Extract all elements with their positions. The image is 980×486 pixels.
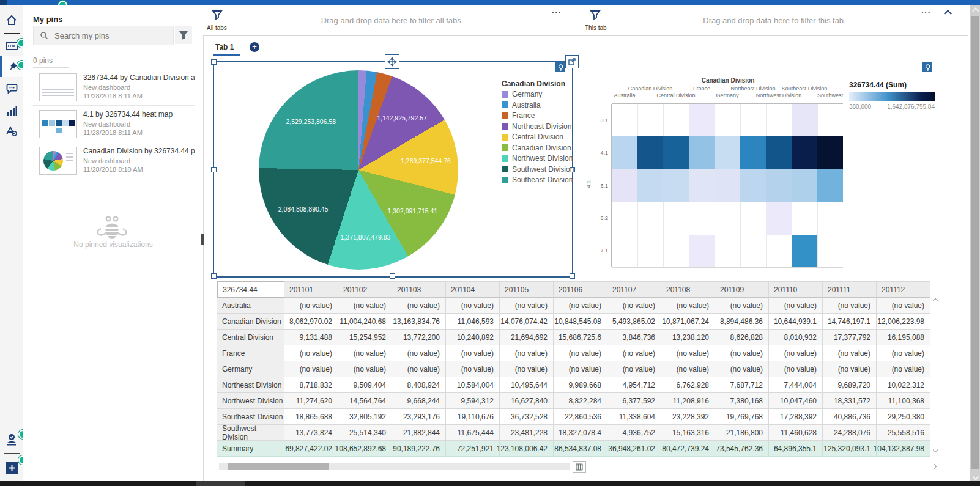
- selection-handle[interactable]: [211, 273, 217, 279]
- heatmap-cell[interactable]: [792, 104, 817, 136]
- heatmap-cell[interactable]: [612, 136, 637, 169]
- heatmap-cell[interactable]: [612, 169, 637, 202]
- legend-label: Northeast Division: [512, 122, 571, 131]
- heatmap-cell[interactable]: [792, 169, 817, 202]
- table-row[interactable]: Central Division9,131,48815,254,95213,77…: [217, 330, 930, 345]
- heatmap-cell[interactable]: [637, 169, 663, 202]
- table-cell: 64,896,355.1: [769, 441, 823, 457]
- legend-item[interactable]: Canadian Division: [502, 144, 571, 152]
- pin-list-item[interactable]: 4.1 by 326734.44 heat mapNew dashboard11…: [33, 109, 195, 142]
- table-row[interactable]: France(no value)(no value)(no value)(no …: [217, 345, 930, 361]
- all-tabs-label: All tabs: [207, 24, 227, 31]
- heatmap-cell[interactable]: [663, 169, 689, 202]
- table-column-header[interactable]: 201103: [392, 281, 446, 298]
- widget-expand-button[interactable]: [565, 55, 579, 68]
- legend-swatch: [502, 123, 508, 130]
- table-cell: 10,495,644: [500, 377, 554, 393]
- heatmap-legend-max: 1,642,876,755.84: [849, 103, 935, 110]
- table-cell: (no value): [877, 298, 930, 314]
- table-hscrollbar-thumb[interactable]: [228, 463, 329, 470]
- table-row[interactable]: Northeast Division8,718,8329,509,4048,40…: [217, 377, 930, 393]
- pin-item-title: 4.1 by 326734.44 heat map: [83, 110, 195, 119]
- heatmap-cell[interactable]: [766, 136, 792, 169]
- table-column-header[interactable]: 201105: [500, 281, 554, 298]
- table-row[interactable]: Germany(no value)(no value)(no value)(no…: [217, 361, 930, 377]
- heatmap-cell[interactable]: [817, 136, 843, 169]
- heatmap-cell[interactable]: [663, 136, 689, 169]
- selection-handle[interactable]: [570, 273, 575, 279]
- all-tabs-more-button[interactable]: ···: [552, 7, 562, 17]
- all-tabs-filter-bar[interactable]: All tabs Drag and drop data here to filt…: [203, 5, 581, 36]
- table-column-header[interactable]: 201111: [823, 281, 877, 298]
- heatmap-cell[interactable]: [792, 136, 817, 169]
- table-column-header[interactable]: 201109: [715, 281, 769, 298]
- table-grid-button[interactable]: [573, 461, 586, 473]
- table-column-header[interactable]: 201102: [338, 281, 392, 298]
- table-row[interactable]: Canadian Division8,062,970.0211,004,240.…: [217, 314, 930, 330]
- thumb-line: [42, 92, 74, 93]
- heatmap-insights-button[interactable]: [922, 62, 932, 72]
- table-row[interactable]: Southeast Division18,865,68832,805,19223…: [217, 409, 930, 425]
- table-column-header[interactable]: 201104: [446, 281, 500, 298]
- legend-item[interactable]: Southeast Division: [502, 175, 573, 184]
- legend-item[interactable]: Germany: [502, 90, 542, 98]
- table-column-header[interactable]: 201110: [769, 281, 823, 298]
- legend-label: France: [512, 111, 535, 120]
- comments-nav-button[interactable]: [0, 78, 23, 99]
- table-measure-header[interactable]: 326734.44: [217, 281, 284, 298]
- table-column-header[interactable]: 201101: [284, 281, 338, 298]
- legend-item[interactable]: Northwest Division: [502, 154, 573, 163]
- crosstab-table[interactable]: 326734.442011012011022011032011042011052…: [217, 281, 930, 457]
- pin-list-item[interactable]: Canadian Division by 326734.44 pie ch...…: [33, 145, 195, 179]
- heatmap-cell[interactable]: [766, 202, 792, 234]
- selection-handle[interactable]: [390, 273, 395, 279]
- pie-insights-button[interactable]: [555, 62, 565, 72]
- this-tab-more-button[interactable]: ···: [921, 7, 931, 17]
- panel-resize-handle[interactable]: [201, 234, 204, 245]
- table-row[interactable]: Northwest Division11,274,62014,564,7649,…: [217, 393, 930, 409]
- heatmap-cell[interactable]: [689, 169, 715, 202]
- legend-item[interactable]: Australia: [502, 101, 541, 109]
- heatmap-cell[interactable]: [792, 235, 817, 267]
- legend-item[interactable]: Northeast Division: [502, 122, 571, 131]
- pins-search-input[interactable]: [53, 31, 166, 41]
- visualizations-nav-button[interactable]: [0, 100, 23, 121]
- table-column-header[interactable]: 201107: [607, 281, 661, 298]
- page-vscrollbar-thumb[interactable]: [971, 16, 979, 469]
- heatmap-cell[interactable]: [715, 169, 740, 202]
- table-column-header[interactable]: 201106: [554, 281, 607, 298]
- text-media-nav-button[interactable]: [0, 121, 23, 142]
- pins-search-box[interactable]: [33, 26, 174, 45]
- data-folder-icon: [6, 40, 18, 51]
- table-scroll-down-icon[interactable]: [933, 447, 938, 452]
- tab-1[interactable]: Tab 1: [215, 43, 234, 51]
- table-scroll-up-icon[interactable]: [933, 298, 938, 303]
- heatmap-cell[interactable]: [715, 136, 740, 169]
- heatmap-row-label: 7.1: [580, 248, 608, 254]
- legend-item[interactable]: Central Division: [502, 133, 563, 141]
- table-cell: 21,186,800: [715, 425, 769, 441]
- heatmap-cell[interactable]: [817, 169, 843, 202]
- table-row[interactable]: Australia(no value)(no value)(no value)(…: [217, 298, 930, 314]
- legend-item[interactable]: Southwest Division: [502, 165, 574, 174]
- heatmap-cell[interactable]: [689, 235, 715, 267]
- heatmap-cell[interactable]: [740, 169, 766, 202]
- heatmap-cell[interactable]: [740, 136, 766, 169]
- table-column-header[interactable]: 201112: [877, 281, 930, 298]
- table-scroll-right-icon[interactable]: [932, 464, 937, 469]
- table-column-header[interactable]: 201108: [661, 281, 715, 298]
- pins-filter-button[interactable]: [175, 26, 192, 44]
- heatmap-cell[interactable]: [637, 136, 663, 169]
- add-tab-button[interactable]: +: [250, 42, 259, 52]
- this-tab-filter-bar[interactable]: This tab Drag and drop data here to filt…: [581, 5, 968, 36]
- heatmap-cell[interactable]: [689, 104, 715, 136]
- pin-list-item[interactable]: 326734.44 by Canadian Division and 2...N…: [33, 72, 195, 105]
- legend-item[interactable]: France: [502, 111, 535, 120]
- home-nav-button[interactable]: [0, 10, 23, 31]
- table-row[interactable]: Southwest Division13,773,82425,514,34021…: [217, 425, 930, 441]
- selection-handle[interactable]: [211, 167, 217, 172]
- widget-move-handle[interactable]: [385, 54, 399, 69]
- selection-handle[interactable]: [211, 59, 217, 65]
- heatmap-cell[interactable]: [766, 169, 792, 202]
- heatmap-cell[interactable]: [689, 136, 715, 169]
